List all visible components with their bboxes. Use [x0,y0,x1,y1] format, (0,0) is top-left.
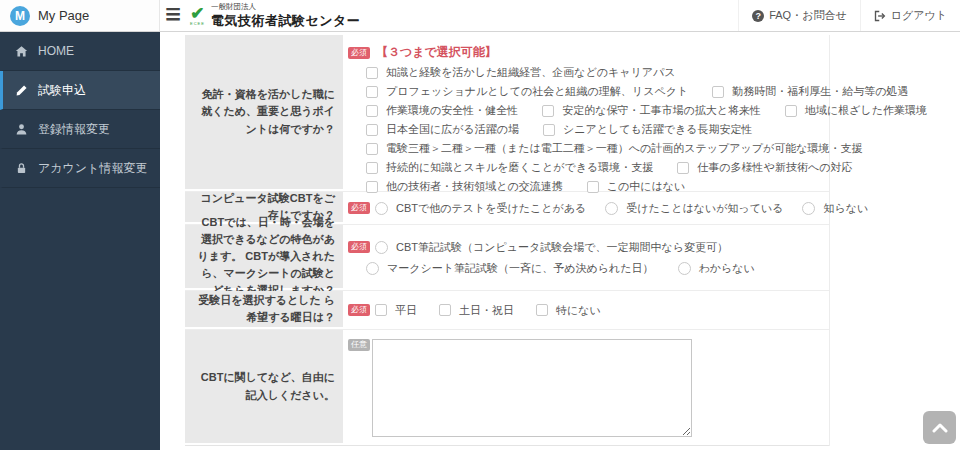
question-content-q5: 任意 [345,330,829,445]
q1-option-4[interactable]: 作業環境の安全性・健全性 [366,103,518,118]
checkbox[interactable] [366,124,378,136]
q1-option-2[interactable]: プロフェッショナルとしての社会と組織の理解、リスペクト [366,84,688,99]
sidebar-item-label: 試験申込 [38,82,86,99]
q1-option-6[interactable]: 地域に根ざした作業環境 [785,103,927,118]
checkbox[interactable] [439,304,451,316]
option-label: 安定的な保守・工事市場の拡大と将来性 [562,103,761,118]
scroll-to-top-button[interactable] [923,411,956,444]
checkbox[interactable] [366,162,378,174]
checkbox[interactable] [366,143,378,155]
question-content-q1: 必須 【３つまで選択可能】 知識と経験を活かした組織経営、企画などのキャリアパス… [345,35,933,191]
logout-link[interactable]: ログアウト [860,0,960,31]
q2-option-2[interactable]: 受けたことはないが知っている [605,201,783,216]
free-comment-textarea[interactable] [372,339,692,437]
sidebar-item-account-info[interactable]: アカウント情報変更 [0,149,160,188]
lock-icon [15,162,28,175]
checkbox[interactable] [366,181,378,193]
q1-option-11[interactable]: 仕事の多様性や新技術への対応 [677,160,852,175]
mypage-brand[interactable]: M My Page [0,0,160,31]
sidebar-item-home[interactable]: HOME [0,32,160,71]
hamburger-icon: ☰ [166,6,181,25]
option-label: 仕事の多様性や新技術への対応 [697,160,852,175]
topbar-spacer [360,0,738,31]
main-content: 免許・資格を活かした職に就くため、重要と思うポイントは何ですか？ 必須 【３つま… [160,32,960,450]
checkbox[interactable] [536,304,548,316]
home-icon [15,45,28,58]
option-label: プロフェッショナルとしての社会と組織の理解、リスペクト [386,84,688,99]
q2-option-3[interactable]: 知らない [802,201,868,216]
q3-option-2[interactable]: マークシート筆記試験（一斉に、予め決められた日） [366,261,654,276]
radio[interactable] [366,262,379,275]
radio[interactable] [375,241,388,254]
radio[interactable] [375,202,388,215]
option-label: 平日 [395,303,417,318]
required-badge: 必須 [348,202,370,214]
form-row-q3: CBTでは、日・時・会場を選択できるなどの特色があります。 CBTが導入されたら… [185,225,829,291]
option-label: シニアとしても活躍できる長期安定性 [563,122,753,137]
q3-option-1[interactable]: CBT筆記試験（コンピュータ試験会場で、一定期間中なら変更可） [375,240,728,255]
radio[interactable] [678,262,691,275]
sidebar-toggle-button[interactable]: ☰ [160,0,186,31]
checkbox[interactable] [366,86,378,98]
radio[interactable] [802,202,815,215]
top-navbar: M My Page ☰ ✔ ECEE 一般財団法人 電気技術者試験センター ? … [0,0,960,32]
q1-option-3[interactable]: 勤務時間・福利厚生・給与等の処遇 [712,84,908,99]
question-content-q4: 必須 平日 土日・祝日 特にない [345,291,829,329]
required-badge: 必須 [348,304,370,316]
form-row-q1: 免許・資格を活かした職に就くため、重要と思うポイントは何ですか？ 必須 【３つま… [185,35,829,192]
q1-option-1[interactable]: 知識と経験を活かした組織経営、企画などのキャリアパス [366,65,676,80]
checkbox[interactable] [712,86,724,98]
checkbox[interactable] [542,105,554,117]
logout-icon [874,10,886,22]
question-content-q2: 必須 CBTで他のテストを受けたことがある 受けたことはないが知っている 知らな… [345,192,866,224]
checkbox[interactable] [587,181,599,193]
optional-badge: 任意 [348,339,370,351]
q1-option-5[interactable]: 安定的な保守・工事市場の拡大と将来性 [542,103,761,118]
sidebar-item-label: アカウント情報変更 [38,160,147,177]
org-title: 電気技術者試験センター [211,12,360,30]
option-label: 土日・祝日 [459,303,514,318]
mypage-brand-label: My Page [38,8,89,23]
q3-option-3[interactable]: わからない [678,261,755,276]
option-label: 特にない [556,303,601,318]
question-label-q5: CBTに関してなど、自由に記入しください。 [185,330,345,445]
q1-option-10[interactable]: 持続的に知識とスキルを磨くことができる環境・支援 [366,160,653,175]
checkbox[interactable] [543,124,555,136]
checkbox[interactable] [366,67,378,79]
logout-link-label: ログアウト [891,8,947,23]
ecee-logo-icon: ✔ ECEE [190,5,205,26]
sidebar-item-registration-info[interactable]: 登録情報変更 [0,110,160,149]
q1-option-9[interactable]: 電験三種＞二種＞一種（または電工二種＞一種）への計画的ステップアップが可能な環境… [366,141,863,156]
option-label: 知らない [823,201,868,216]
option-label: CBT筆記試験（コンピュータ試験会場で、一定期間中なら変更可） [396,240,728,255]
question-label-q3: CBTでは、日・時・会場を選択できるなどの特色があります。 CBTが導入されたら… [185,225,345,290]
option-label: 日本全国に広がる活躍の場 [386,122,519,137]
option-label: 受けたことはないが知っている [626,201,783,216]
q1-option-7[interactable]: 日本全国に広がる活躍の場 [366,122,519,137]
checkbox[interactable] [375,304,387,316]
option-label: 作業環境の安全性・健全性 [386,103,518,118]
checkbox[interactable] [366,105,378,117]
chevron-up-icon [932,423,948,433]
user-icon [15,123,28,136]
q4-option-2[interactable]: 土日・祝日 [439,303,514,318]
q2-option-1[interactable]: CBTで他のテストを受けたことがある [375,201,586,216]
question-icon: ? [752,10,764,22]
q4-option-3[interactable]: 特にない [536,303,601,318]
option-label: 知識と経験を活かした組織経営、企画などのキャリアパス [386,65,676,80]
faq-link-label: FAQ・お問合せ [769,8,847,23]
org-subtitle: 一般財団法人 [211,2,360,12]
option-label: 勤務時間・福利厚生・給与等の処遇 [732,84,908,99]
sidebar-item-exam-application[interactable]: 試験申込 [0,71,160,110]
q4-option-1[interactable]: 平日 [375,303,417,318]
radio[interactable] [605,202,618,215]
question-content-q3: 必須 CBT筆記試験（コンピュータ試験会場で、一定期間中なら変更可） マークシー… [345,225,829,290]
q1-limit-heading: 【３つまで選択可能】 [376,44,497,61]
q1-option-8[interactable]: シニアとしても活躍できる長期安定性 [543,122,753,137]
sidebar: HOME 試験申込 登録情報変更 アカウント情報変更 [0,32,160,450]
faq-link[interactable]: ? FAQ・お問合せ [738,0,860,31]
org-logo: ✔ ECEE 一般財団法人 電気技術者試験センター [186,0,360,31]
form-row-q4: 受験日を選択するとした ら希望する曜日は？ 必須 平日 土日・祝日 特にない [185,291,829,330]
checkbox[interactable] [677,162,689,174]
checkbox[interactable] [785,105,797,117]
